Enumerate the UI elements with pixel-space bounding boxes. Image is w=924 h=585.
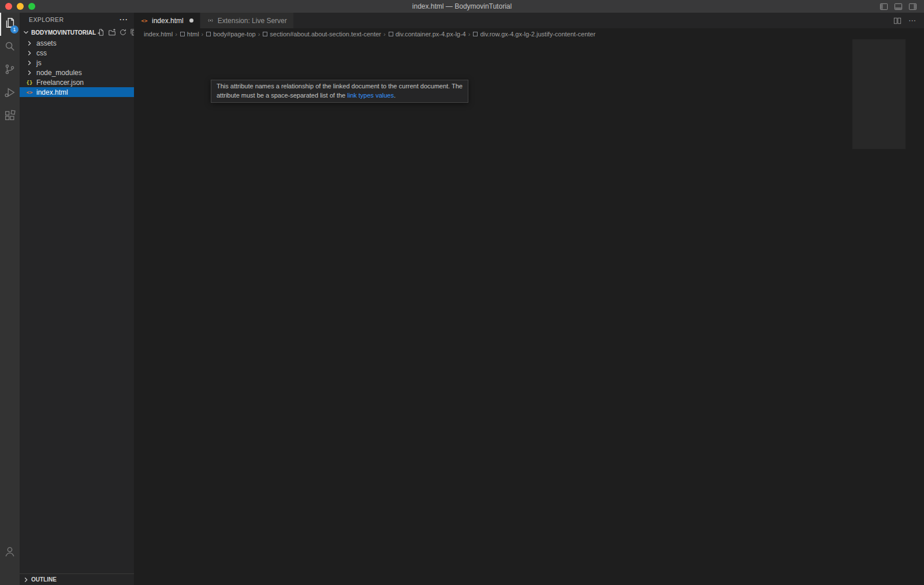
outline-label: OUTLINE — [31, 576, 57, 583]
breadcrumb-item[interactable]: body#page-top — [206, 31, 255, 38]
breadcrumb-item[interactable]: div.container.px-4.px-lg-4 — [388, 31, 466, 38]
tab-label: Extension: Live Server — [218, 17, 287, 25]
file-name: node_modules — [36, 69, 82, 77]
chevron-right-icon — [25, 49, 33, 57]
toggle-secondary-sidebar-icon[interactable] — [908, 2, 917, 11]
hover-tooltip: This attribute names a relationship of t… — [211, 80, 468, 103]
code-editor[interactable]: This attribute names a relationship of t… — [134, 39, 924, 585]
symbol-icon — [472, 31, 478, 37]
breadcrumb-item[interactable]: div.row.gx-4.gx-lg-2.justify-content-cen… — [472, 31, 595, 38]
chevron-down-icon — [22, 28, 30, 36]
source-control-icon — [3, 63, 16, 78]
explorer-badge: 1 — [10, 25, 18, 33]
tree-item-css[interactable]: css — [20, 48, 134, 58]
project-root-folder[interactable]: BODYMOVINTUTORIAL — [20, 27, 134, 38]
symbol-icon — [180, 31, 185, 37]
chevron-right-icon — [25, 59, 33, 67]
tree-item-assets[interactable]: assets — [20, 38, 134, 48]
breadcrumb-separator: › — [175, 31, 177, 38]
split-editor-button[interactable] — [893, 17, 901, 25]
activity-bar-search[interactable] — [0, 36, 20, 59]
breadcrumb-item[interactable]: section#about.about-section.text-center — [262, 31, 381, 38]
breadcrumb-item[interactable]: index.html — [144, 31, 173, 38]
tree-item-index.html[interactable]: <>index.html — [20, 87, 134, 97]
sidebar-spacer — [20, 97, 134, 573]
breadcrumb-item[interactable]: html — [180, 31, 199, 38]
html-file-icon: <> — [25, 90, 33, 95]
breadcrumb-separator: › — [468, 31, 471, 38]
chevron-right-icon — [25, 69, 33, 77]
tab-label: index.html — [152, 17, 184, 25]
search-icon — [3, 40, 16, 55]
minimap-slider[interactable] — [852, 39, 906, 149]
new-file-button[interactable] — [97, 28, 105, 36]
symbol-icon — [388, 31, 394, 37]
file-name: index.html — [36, 88, 68, 96]
tab-index-html[interactable]: <>index.html — [134, 13, 200, 28]
account-icon — [3, 545, 16, 560]
tooltip-text: . — [394, 92, 396, 99]
minimize-window-button[interactable] — [17, 3, 24, 10]
activity-bar-run-debug[interactable] — [0, 82, 20, 105]
live-server-icon — [207, 17, 214, 24]
zoom-window-button[interactable] — [28, 3, 35, 10]
editor-actions: ⋯ — [893, 13, 924, 28]
window-controls — [0, 3, 35, 10]
extensions-icon — [3, 109, 16, 124]
activity-bar-explorer[interactable]: 1 — [0, 13, 20, 36]
toggle-sidebar-icon[interactable] — [880, 2, 888, 11]
chevron-right-icon — [22, 576, 30, 584]
explorer-sidebar: EXPLORER ··· BODYMOVINTUTORIAL assetscss… — [20, 13, 134, 585]
window-title: index.html — BodymovinTutorial — [0, 2, 924, 10]
tree-item-Freelancer.json[interactable]: {}Freelancer.json — [20, 77, 134, 87]
html-file-icon: <> — [140, 18, 148, 24]
file-name: css — [36, 49, 47, 57]
explorer-header: EXPLORER ··· — [20, 13, 134, 27]
layout-controls — [880, 2, 924, 11]
vscode-window: index.html — BodymovinTutorial 1 — [0, 0, 924, 585]
editor-group: <>index.htmlExtension: Live Server ⋯ ind… — [134, 13, 924, 585]
activity-bar-account[interactable] — [0, 541, 20, 564]
chevron-right-icon — [25, 39, 33, 47]
toggle-panel-icon[interactable] — [894, 2, 903, 11]
tooltip-text: attribute must be a space-separated list… — [217, 92, 347, 99]
editor-more-actions-button[interactable]: ⋯ — [908, 16, 916, 25]
breadcrumb: index.html›html›body#page-top›section#ab… — [134, 28, 924, 39]
breadcrumb-separator: › — [383, 31, 386, 38]
tooltip-text: This attribute names a relationship of t… — [217, 82, 463, 91]
tab-bar: <>index.htmlExtension: Live Server ⋯ — [134, 13, 924, 28]
json-file-icon: {} — [25, 80, 33, 85]
modified-indicator-icon[interactable] — [189, 18, 193, 23]
file-name: Freelancer.json — [36, 79, 84, 87]
tree-item-node_modules[interactable]: node_modules — [20, 68, 134, 77]
symbol-icon — [206, 31, 211, 37]
file-name: js — [36, 59, 42, 67]
title-bar: index.html — BodymovinTutorial — [0, 0, 924, 13]
activity-bar: 1 — [0, 13, 20, 585]
new-folder-button[interactable] — [108, 28, 116, 36]
breadcrumb-separator: › — [258, 31, 260, 38]
file-tree: assetscssjsnode_modules{}Freelancer.json… — [20, 38, 134, 97]
tab-extension-live-server[interactable]: Extension: Live Server — [200, 13, 294, 28]
explorer-title: EXPLORER — [29, 16, 64, 23]
file-name: assets — [36, 39, 57, 47]
tooltip-link[interactable]: link types values — [347, 92, 394, 99]
activity-bar-extensions[interactable] — [0, 105, 20, 128]
tree-item-js[interactable]: js — [20, 58, 134, 68]
activity-bar-source-control[interactable] — [0, 59, 20, 82]
breadcrumb-separator: › — [202, 31, 204, 38]
outline-section-header[interactable]: OUTLINE — [20, 573, 134, 585]
refresh-explorer-button[interactable] — [119, 28, 127, 36]
project-root-label: BODYMOVINTUTORIAL — [31, 29, 96, 36]
close-window-button[interactable] — [5, 3, 12, 10]
debug-icon — [3, 86, 16, 101]
minimap[interactable] — [852, 39, 906, 585]
more-actions-icon[interactable]: ··· — [120, 16, 128, 24]
symbol-icon — [262, 31, 268, 37]
